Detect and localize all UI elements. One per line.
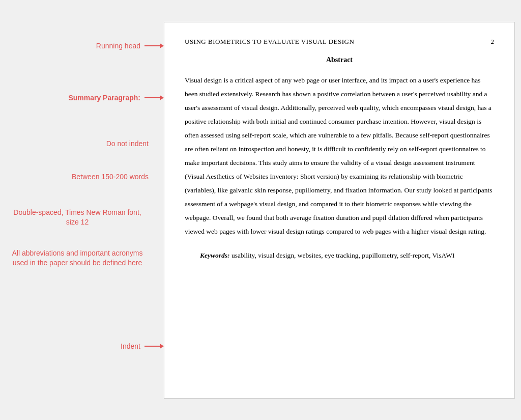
do-not-indent-annotation: Do not indent <box>106 139 149 149</box>
formatting-annotation: Double-spaced, Times New Roman font, siz… <box>6 208 149 228</box>
summary-paragraph-label: Summary Paragraph: <box>68 93 140 103</box>
abstract-body: Visual design is a critical aspect of an… <box>185 73 494 238</box>
indent-annotation: Indent <box>121 342 164 352</box>
abstract-paragraph: Visual design is a critical aspect of an… <box>185 73 494 238</box>
summary-paragraph-arrow <box>144 95 164 100</box>
abbreviations-annotation: All abbreviations and important acronyms… <box>6 248 149 268</box>
abbreviations-label: All abbreviations and important acronyms… <box>6 248 149 268</box>
running-head-label: Running head <box>96 41 140 51</box>
formatting-label: Double-spaced, Times New Roman font, siz… <box>6 208 149 228</box>
outer-container: Running head Summary Paragraph: Do not i… <box>6 12 515 409</box>
word-count-label: Between 150-200 words <box>72 172 149 182</box>
running-head-annotation: Running head <box>96 41 164 51</box>
do-not-indent-label: Do not indent <box>106 139 149 149</box>
keywords-label: Keywords: <box>200 251 230 259</box>
word-count-annotation: Between 150-200 words <box>72 172 149 182</box>
running-head-arrow <box>144 43 164 48</box>
document-page: USING BIOMETRICS TO EVALUATE VISUAL DESI… <box>164 22 515 399</box>
annotations-panel: Running head Summary Paragraph: Do not i… <box>6 22 164 399</box>
indent-label: Indent <box>121 342 140 352</box>
abstract-title: Abstract <box>185 56 494 64</box>
running-head-text: USING BIOMETRICS TO EVALUATE VISUAL DESI… <box>185 38 354 46</box>
document-header: USING BIOMETRICS TO EVALUATE VISUAL DESI… <box>185 38 494 46</box>
page-number: 2 <box>491 38 495 46</box>
keywords-section: Keywords: usability, visual design, webs… <box>185 248 494 262</box>
keywords-text: usability, visual design, websites, eye … <box>230 251 455 259</box>
indent-arrow <box>144 344 164 349</box>
summary-paragraph-annotation: Summary Paragraph: <box>68 93 164 103</box>
